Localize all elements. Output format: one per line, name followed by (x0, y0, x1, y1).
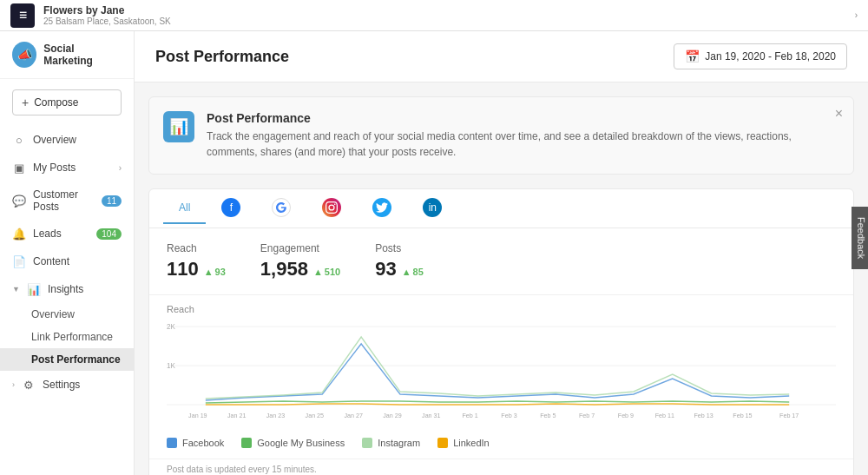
reach-value-row: 110 ▲ 93 (167, 258, 226, 280)
tab-google[interactable] (256, 189, 306, 228)
feedback-tab[interactable]: Feedback (852, 206, 868, 268)
page-title: Post Performance (155, 48, 289, 66)
page-header: Post Performance 📅 Jan 19, 2020 - Feb 18… (135, 31, 868, 82)
chart-footer: Post data is updated every 15 minutes. (149, 459, 853, 475)
svg-text:Feb 7: Feb 7 (579, 412, 595, 419)
svg-text:2K: 2K (167, 322, 175, 332)
banner-icon: 📊 (163, 111, 194, 142)
engagement-delta: ▲ 510 (313, 267, 340, 277)
legend-label-facebook: Facebook (182, 438, 224, 448)
legend-dot-linkedin (437, 438, 448, 448)
posts-delta: ▲ 85 (402, 267, 424, 277)
sidebar-app-title: Social Marketing (43, 43, 122, 67)
top-bar-logo: ☰ (10, 3, 35, 28)
insights-icon: 📊 (27, 282, 41, 296)
sidebar-logo-area: 📣 Social Marketing (0, 31, 134, 79)
compose-button[interactable]: + Compose (12, 89, 122, 115)
svg-text:Jan 29: Jan 29 (383, 412, 401, 419)
social-marketing-icon: 📣 (17, 48, 32, 62)
sub-item-label: Overview (31, 308, 75, 320)
settings-icon: ⚙ (22, 378, 36, 392)
twitter-icon (372, 198, 391, 217)
sidebar-item-label: Insights (48, 283, 83, 295)
legend-label-instagram: Instagram (378, 438, 420, 448)
banner-close-button[interactable]: × (835, 106, 843, 122)
compose-label: Compose (34, 96, 78, 109)
sub-item-label: Link Performance (31, 331, 113, 343)
leads-badge: 104 (96, 228, 122, 240)
sidebar-item-overview-sub[interactable]: Overview (0, 303, 134, 326)
sidebar-item-label: Content (33, 255, 69, 267)
tab-linkedin[interactable]: in (407, 189, 457, 228)
sidebar-item-link-performance[interactable]: Link Performance (0, 326, 134, 348)
sidebar-item-customer-posts[interactable]: 💬 Customer Posts 11 (0, 181, 134, 220)
chart-y-label: Reach (167, 304, 836, 314)
chart-icon: 📊 (169, 117, 188, 136)
sidebar-item-overview[interactable]: ○ Overview (0, 126, 134, 154)
tab-all-label: All (179, 201, 190, 214)
content-icon: 📄 (12, 254, 26, 268)
svg-text:Jan 23: Jan 23 (266, 412, 285, 419)
posts-icon: ▣ (12, 161, 26, 175)
business-name: Flowers by Jane (43, 4, 171, 16)
date-range-label: Jan 19, 2020 - Feb 18, 2020 (705, 50, 836, 63)
sub-item-label: Post Performance (31, 353, 121, 366)
svg-text:Feb 17: Feb 17 (779, 412, 799, 419)
tab-facebook[interactable]: f (206, 189, 256, 228)
customer-posts-badge: 11 (102, 195, 122, 207)
sidebar-item-post-performance[interactable]: Post Performance (0, 348, 134, 371)
sidebar-item-label: Overview (33, 134, 76, 146)
sidebar-item-my-posts[interactable]: ▣ My Posts › (0, 154, 134, 181)
top-bar-arrow[interactable]: › (855, 10, 858, 20)
top-bar-info: Flowers by Jane 25 Balsam Place, Saskato… (43, 4, 171, 26)
linkedin-icon: in (423, 198, 442, 217)
engagement-label: Engagement (260, 242, 340, 254)
legend-google: Google My Business (241, 438, 345, 448)
facebook-icon: f (221, 198, 240, 217)
svg-text:Jan 21: Jan 21 (227, 412, 246, 419)
legend-dot-facebook (167, 438, 177, 448)
sidebar-item-content[interactable]: 📄 Content (0, 247, 134, 275)
calendar-icon: 📅 (685, 49, 700, 63)
svg-text:Jan 31: Jan 31 (422, 412, 440, 419)
stat-engagement: Engagement 1,958 ▲ 510 (260, 242, 340, 280)
sidebar: 📣 Social Marketing + Compose ○ Overview … (0, 31, 135, 475)
content-area: Post Performance 📅 Jan 19, 2020 - Feb 18… (135, 31, 868, 475)
chart-area: Reach 2K 1K (149, 295, 853, 431)
sidebar-item-insights[interactable]: ▼ 📊 Insights (0, 275, 134, 303)
engagement-value: 1,958 (260, 258, 308, 280)
plus-icon: + (22, 96, 29, 109)
banner-description: Track the engagement and reach of your s… (207, 129, 839, 160)
info-banner: 📊 Post Performance Track the engagement … (148, 96, 854, 175)
sidebar-item-label: My Posts (33, 162, 76, 174)
date-range-button[interactable]: 📅 Jan 19, 2020 - Feb 18, 2020 (674, 43, 847, 69)
stat-reach: Reach 110 ▲ 93 (167, 242, 226, 280)
svg-text:Feb 11: Feb 11 (655, 412, 674, 419)
customer-posts-icon: 💬 (12, 194, 26, 208)
svg-text:1K: 1K (167, 361, 175, 371)
overview-icon: ○ (12, 133, 26, 147)
tab-all[interactable]: All (163, 193, 206, 224)
leads-icon: 🔔 (12, 227, 26, 241)
legend-label-linkedin: LinkedIn (453, 438, 490, 448)
sidebar-item-settings[interactable]: › ⚙ Settings (0, 371, 134, 399)
menu-icon: ☰ (19, 10, 27, 20)
svg-text:Jan 25: Jan 25 (306, 412, 324, 419)
legend-linkedin: LinkedIn (437, 438, 490, 448)
svg-text:Feb 1: Feb 1 (462, 412, 477, 419)
top-bar: ☰ Flowers by Jane 25 Balsam Place, Saska… (0, 0, 868, 31)
tab-instagram[interactable] (306, 189, 357, 228)
svg-text:Feb 5: Feb 5 (540, 412, 556, 419)
tab-twitter[interactable] (357, 189, 407, 228)
platform-tabs: All f (149, 189, 853, 228)
reach-delta: ▲ 93 (204, 267, 226, 277)
legend-facebook: Facebook (167, 438, 224, 448)
svg-text:Jan 27: Jan 27 (344, 412, 362, 419)
legend-label-google: Google My Business (257, 438, 345, 448)
engagement-value-row: 1,958 ▲ 510 (260, 258, 340, 280)
svg-text:Feb 3: Feb 3 (501, 412, 516, 419)
sidebar-item-label: Leads (33, 228, 62, 240)
sidebar-item-leads[interactable]: 🔔 Leads 104 (0, 220, 134, 247)
app-icon: 📣 (12, 42, 36, 68)
legend-dot-google (241, 438, 252, 448)
